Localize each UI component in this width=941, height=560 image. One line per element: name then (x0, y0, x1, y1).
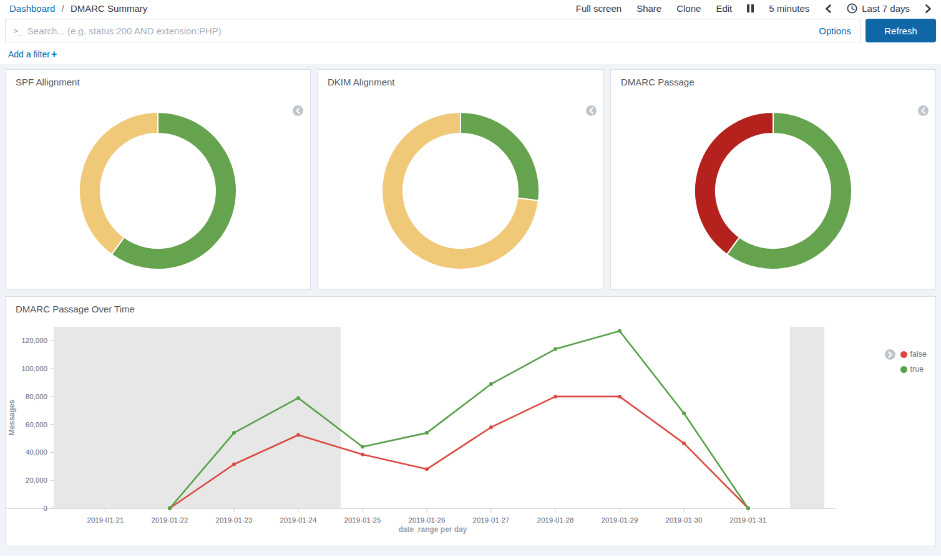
legend-collapse-button[interactable] (293, 105, 303, 116)
filter-bar: Add a filter+ (8, 49, 941, 60)
panel-title: DMARC Passage (611, 70, 935, 87)
svg-text:date_range per day: date_range per day (398, 525, 467, 534)
search-box[interactable]: >_ Options (5, 19, 861, 42)
chevron-left-icon (920, 107, 926, 114)
clone-button[interactable]: Clone (676, 3, 701, 14)
chevron-right-icon (887, 351, 893, 358)
svg-text:80,000: 80,000 (26, 393, 47, 400)
breadcrumb-separator: / (62, 3, 64, 14)
legend-label: true (910, 365, 924, 374)
svg-text:0: 0 (44, 504, 47, 512)
svg-text:60,000: 60,000 (26, 421, 47, 428)
svg-text:2019-01-31: 2019-01-31 (730, 516, 767, 524)
svg-text:2019-01-24: 2019-01-24 (280, 516, 317, 524)
passage-line-chart[interactable]: 020,00040,00060,00080,000100,000120,000M… (6, 316, 836, 538)
refresh-button[interactable]: Refresh (865, 19, 936, 42)
time-forward-button[interactable] (925, 4, 932, 14)
share-button[interactable]: Share (636, 3, 661, 14)
panel-dmarc-passage: DMARC Passage (610, 69, 936, 290)
plus-icon: + (51, 49, 57, 59)
panel-spf-allignment: SPF Allignment (5, 69, 311, 290)
false-series-dot-icon (900, 351, 907, 358)
top-nav-menu: Full screen Share Clone Edit 5 minutes L… (576, 3, 932, 14)
legend-label: false (910, 350, 927, 359)
top-bar: Dashboard / DMARC Summary Full screen Sh… (0, 0, 941, 15)
clock-icon (847, 3, 857, 14)
svg-text:100,000: 100,000 (21, 365, 47, 372)
refresh-interval-button[interactable]: 5 minutes (769, 3, 809, 14)
time-range-label: Last 7 days (862, 3, 910, 14)
time-range-button[interactable]: Last 7 days (847, 3, 910, 14)
chart-legend: false true (885, 349, 927, 374)
svg-text:2019-01-25: 2019-01-25 (344, 516, 381, 524)
chevron-right-icon (925, 4, 932, 14)
dmarc-donut-chart[interactable] (693, 111, 853, 271)
query-prompt-icon: >_ (13, 26, 21, 36)
panel-title: SPF Allignment (6, 70, 310, 87)
breadcrumb-dashboard-link[interactable]: Dashboard (9, 3, 55, 14)
true-series-dot-icon (900, 366, 907, 373)
add-filter-label: Add a filter (8, 49, 50, 59)
svg-text:2019-01-26: 2019-01-26 (409, 516, 446, 524)
panel-dkim-alignment: DKIM Alignment (317, 69, 604, 290)
svg-text:40,000: 40,000 (26, 448, 47, 456)
svg-text:2019-01-27: 2019-01-27 (473, 516, 510, 524)
search-input[interactable] (27, 26, 819, 36)
full-screen-button[interactable]: Full screen (576, 3, 622, 14)
legend-expand-button[interactable] (885, 349, 895, 360)
chevron-left-icon (824, 4, 832, 14)
svg-text:2019-01-23: 2019-01-23 (216, 516, 253, 524)
svg-text:2019-01-21: 2019-01-21 (87, 516, 124, 524)
panel-dmarc-passage-over-time: DMARC Passage Over Time 020,00040,00060,… (5, 296, 936, 546)
svg-text:2019-01-29: 2019-01-29 (602, 516, 638, 524)
legend-item-false[interactable]: false (900, 350, 927, 359)
legend-item-true[interactable]: true (900, 365, 927, 374)
dashboard-grid: SPF Allignment DKIM Alignment DMARC Pass… (0, 64, 941, 556)
breadcrumb: Dashboard / DMARC Summary (9, 3, 147, 14)
panel-title: DKIM Alignment (318, 70, 603, 87)
query-bar: >_ Options Refresh (5, 19, 936, 42)
page-title: DMARC Summary (71, 3, 147, 14)
add-filter-link[interactable]: Add a filter+ (8, 49, 57, 59)
svg-text:20,000: 20,000 (26, 476, 47, 484)
dkim-donut-chart[interactable] (381, 111, 540, 271)
svg-text:Messages: Messages (7, 399, 16, 435)
legend-collapse-button[interactable] (586, 105, 597, 116)
timeline-chart-area: 020,00040,00060,00080,000100,000120,000M… (6, 316, 935, 540)
options-link[interactable]: Options (819, 26, 851, 36)
time-back-button[interactable] (824, 4, 832, 14)
chevron-left-icon (295, 107, 301, 114)
spf-donut-chart[interactable] (78, 111, 238, 271)
svg-text:2019-01-28: 2019-01-28 (537, 516, 574, 524)
panel-title: DMARC Passage Over Time (6, 297, 935, 314)
svg-text:120,000: 120,000 (21, 337, 47, 344)
svg-text:2019-01-30: 2019-01-30 (666, 516, 703, 524)
pause-icon[interactable] (747, 4, 754, 12)
edit-button[interactable]: Edit (716, 3, 732, 14)
chevron-left-icon (588, 107, 594, 114)
svg-text:2019-01-22: 2019-01-22 (152, 516, 188, 524)
legend-collapse-button[interactable] (918, 105, 929, 116)
